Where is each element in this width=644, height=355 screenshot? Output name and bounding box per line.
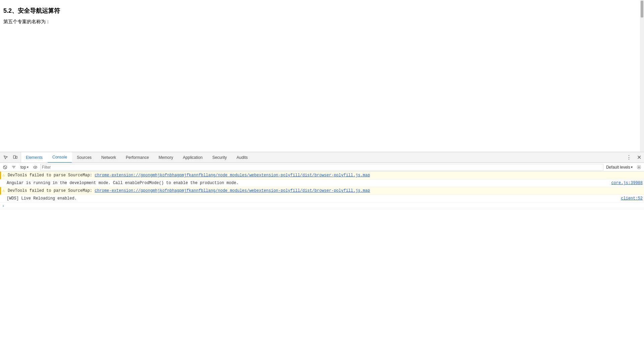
page-content: 5.2、安全导航运算符 第五个专案的名称为：: [0, 0, 644, 152]
tab-sources[interactable]: Sources: [72, 152, 97, 163]
console-source-2[interactable]: client:52: [618, 195, 643, 202]
console-message-4: [WDS] Live Reloading enabled.: [7, 195, 618, 202]
default-levels-arrow: ▾: [631, 165, 633, 169]
console-toolbar: top ▾ Default levels ▾: [0, 163, 644, 172]
page-scrollbar[interactable]: [640, 0, 644, 152]
console-settings-btn[interactable]: [635, 164, 643, 171]
filter-toggle-btn[interactable]: [10, 164, 17, 171]
svg-rect-1: [16, 156, 17, 159]
svg-line-3: [4, 166, 6, 168]
filter-input[interactable]: [42, 165, 602, 170]
tab-performance[interactable]: Performance: [121, 152, 154, 163]
filter-input-container: [40, 164, 603, 171]
warning-icon-2: ⚠: [2, 188, 5, 194]
tab-application[interactable]: Application: [178, 152, 208, 163]
console-prompt-row: ›: [0, 203, 644, 209]
page-subtitle: 第五个专案的名称为：: [3, 19, 641, 25]
devtools-more-btn[interactable]: ⋮: [624, 152, 634, 163]
console-source-1[interactable]: core.js:39988: [608, 180, 643, 186]
console-link-2[interactable]: chrome-extension://gpongmhjkofnbhagpmjfk…: [95, 188, 370, 193]
svg-point-9: [638, 167, 640, 168]
console-message-1: DevTools failed to parse SourceMap: chro…: [8, 172, 643, 178]
console-row-warning-1: ⚠ DevTools failed to parse SourceMap: ch…: [0, 172, 644, 179]
svg-point-8: [35, 167, 36, 168]
scrollbar-thumb: [641, 1, 643, 17]
tab-console[interactable]: Console: [48, 152, 72, 163]
tab-security[interactable]: Security: [208, 152, 232, 163]
console-message-2: Angular is running in the development mo…: [7, 180, 608, 186]
console-content: ⚠ DevTools failed to parse SourceMap: ch…: [0, 172, 644, 355]
inspect-element-btn[interactable]: [1, 153, 10, 162]
default-levels-btn[interactable]: Default levels ▾: [605, 164, 634, 171]
devtools-panel: Elements Console Sources Network Perform…: [0, 152, 644, 355]
devtools-tab-bar: Elements Console Sources Network Perform…: [0, 152, 644, 163]
prompt-icon: ›: [2, 203, 4, 209]
page-title: 5.2、安全导航运算符: [3, 7, 641, 15]
context-select[interactable]: top ▾: [19, 164, 30, 171]
console-link-1[interactable]: chrome-extension://gpongmhjkofnbhagpmjfk…: [95, 173, 370, 178]
tab-memory[interactable]: Memory: [154, 152, 178, 163]
preserve-log-btn[interactable]: [32, 164, 39, 171]
tab-audits[interactable]: Audits: [232, 152, 253, 163]
svg-rect-0: [13, 156, 15, 159]
console-row-warning-2: ⚠ DevTools failed to parse SourceMap: ch…: [0, 187, 644, 195]
tab-network[interactable]: Network: [97, 152, 121, 163]
tab-elements[interactable]: Elements: [21, 152, 48, 163]
context-select-arrow: ▾: [27, 165, 29, 169]
console-row-info-2: [WDS] Live Reloading enabled. client:52: [0, 195, 644, 203]
clear-console-btn[interactable]: [1, 164, 9, 171]
warning-icon-1: ⚠: [2, 172, 5, 178]
devtools-left-icons: [0, 152, 21, 163]
console-row-info-1: Angular is running in the development mo…: [0, 179, 644, 187]
devtools-close-btn[interactable]: ✕: [634, 152, 644, 163]
device-toolbar-btn[interactable]: [11, 153, 19, 162]
console-message-3: DevTools failed to parse SourceMap: chro…: [8, 188, 643, 194]
